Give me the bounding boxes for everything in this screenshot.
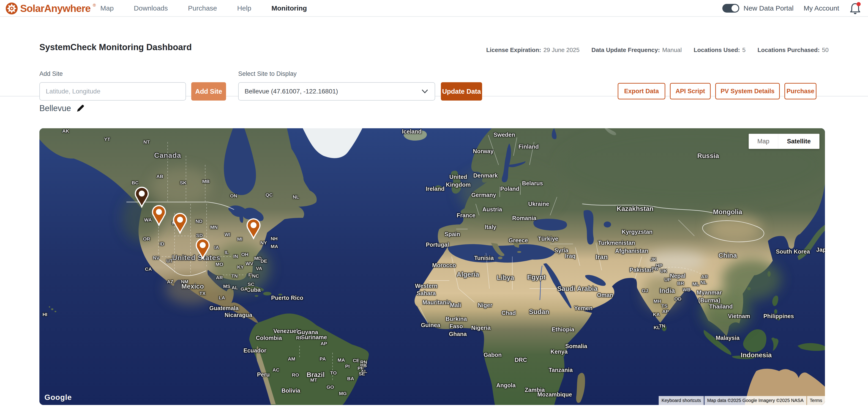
nav-item-help[interactable]: Help [237,4,251,12]
page-title: SystemCheck Monitoring Dashboard [39,42,192,52]
map-label-t-rkiye: Türkiye [538,235,558,242]
nav-item-downloads[interactable]: Downloads [134,4,168,12]
map-label-turkmenistan: Turkmenistan [598,240,635,246]
map-attribution: Keyboard shortcuts Map data ©2025 Google… [659,396,825,405]
map-label-nt: NT [143,139,150,145]
map-label-hi: HI [42,312,48,317]
nav-item-monitoring[interactable]: Monitoring [271,4,307,12]
api-script-button[interactable]: API Script [670,83,711,99]
map-label-pb: PB [651,266,658,272]
toggle-knob [732,5,738,12]
add-site-input[interactable] [39,82,186,100]
map-label-cuba: Cuba [246,287,261,293]
map-label-yt: YT [104,136,111,142]
edit-pencil-icon[interactable] [76,104,85,113]
keyboard-shortcuts-link[interactable]: Keyboard shortcuts [659,396,704,405]
main-nav: MapDownloadsPurchaseHelpMonitoring [100,0,307,16]
map-label-de: DE [260,258,267,264]
notifications-bell-icon[interactable] [849,2,861,15]
map-label-oman: Oman [597,292,613,298]
map-label-libya: Libya [497,274,514,282]
map-pin[interactable] [194,234,211,260]
map-label-iceland: Iceland [402,128,422,135]
map-pin[interactable] [245,215,262,240]
hawaii-island [49,306,50,308]
map-label-wv: WV [246,261,253,266]
map-label-id: ID [160,241,164,247]
map-pin[interactable] [171,209,189,235]
map-label-ms: MS [223,284,230,289]
brand-logo[interactable]: SolarAnywhere ® [5,2,96,15]
map-label-oh: OH [241,252,248,257]
map-label-kyrgyzstan: Kyrgyzstan [622,229,653,235]
map-label-ro: RO [292,372,299,378]
new-data-portal-toggle[interactable] [722,4,739,12]
map-label-ny: NY [260,240,267,246]
add-site-label: Add Site [39,70,63,77]
map-label-italy: Italy [485,224,496,230]
site-select-dropdown[interactable]: Bellevue (47.61007, -122.16801) [238,82,435,100]
terms-link[interactable]: Terms [807,396,825,405]
site-select-value: Bellevue (47.61007, -122.16801) [245,88,338,95]
map-label-pa: PA [319,356,326,362]
map-label-on: ON [230,193,237,198]
map-label-indonesia: Indonesia [741,351,772,359]
map-label-sahara: Sahara [416,290,436,296]
pv-system-details-button[interactable]: PV System Details [715,83,780,99]
stat-item: Locations Used:5 [694,46,746,54]
my-account-link[interactable]: My Account [804,4,839,12]
map-label-algeria: Algeria [457,271,479,278]
map-label-germany: Germany [471,192,496,198]
map-label-al: AL [231,285,238,290]
map-label-ma: MA [271,244,278,249]
site-name: Bellevue [39,103,71,113]
map-label-mt: MT [310,377,317,383]
map-label-ak: AK [62,128,69,134]
map-label-ca: CA [145,266,152,272]
map-label-kenya: Kenya [550,348,567,355]
map-label-somalia: Somalia [565,343,587,350]
map-label-mn: MN [210,224,218,230]
world-map[interactable]: CanadaUnited StatesRussiaBrazilChinaKaza… [39,128,825,405]
update-data-button[interactable]: Update Data [441,82,482,100]
map-label-puerto-rico: Puerto Rico [271,294,303,301]
map-label-ts: TS [661,303,668,309]
map-label-ethiopia: Ethiopia [552,326,575,333]
jamaica [255,295,258,297]
map-label-belarus: Belarus [522,180,543,187]
map-label-se: SE [359,371,365,377]
nav-item-purchase[interactable]: Purchase [188,4,217,12]
google-logo: Google [44,393,72,402]
map-label-tn: TN [231,273,238,279]
map-label-japan: Japan [816,247,825,253]
stat-item: Data Update Frequency:Manual [591,46,682,54]
export-data-button[interactable]: Export Data [618,83,665,99]
map-label-burkina: Burkina [445,316,467,322]
map-pin[interactable] [150,201,168,227]
solaranywhere-sun-icon [5,2,18,15]
map-label-morocco: Morocco [432,262,456,269]
map-label-faso: Faso [450,323,463,329]
map-label-canada: Canada [154,151,181,160]
map-label-romania: Romania [512,215,536,221]
map-type-map-button[interactable]: Map [749,134,778,149]
map-label-sc: SC [248,282,254,287]
map-label-mo: MO [216,261,223,267]
map-label-qc: QC [266,192,273,198]
map-label-br: BR [677,281,684,286]
nav-item-map[interactable]: Map [100,4,114,12]
map-label-az: AZ [167,279,174,284]
map-label-iraq: Iraq [565,253,576,259]
stat-item: License Expiration:29 June 2025 [486,46,580,54]
map-label-ml: ML [692,281,699,287]
map-label-go: GO [327,384,334,390]
map-label-finland: Finland [519,144,539,150]
map-type-satellite-button[interactable]: Satellite [778,134,819,149]
top-navigation-bar: SolarAnywhere ® MapDownloadsPurchaseHelp… [0,0,868,17]
add-site-button[interactable]: Add Site [191,82,226,100]
hawaii-island [55,311,56,312]
map-pin-selected[interactable] [133,183,151,209]
purchase-button[interactable]: Purchase [784,83,816,99]
map-label-ia: IA [214,245,219,250]
map-label--burma-: (Burma) [698,297,720,304]
